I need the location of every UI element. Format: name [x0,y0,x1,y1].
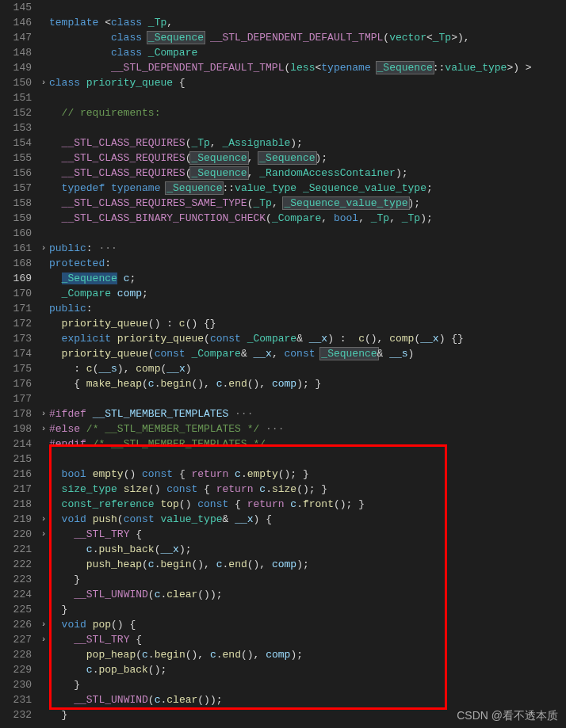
code-line[interactable]: void pop() { [49,617,566,632]
code-line[interactable]: pop_heap(c.begin(), c.end(), comp); [49,647,566,662]
line-number[interactable]: 148 [0,45,32,60]
code-line[interactable]: public: [49,301,566,316]
line-number[interactable]: 168 [0,256,32,271]
line-number[interactable]: 227 [0,632,32,647]
fold-chevron-icon[interactable]: › [38,409,49,418]
code-editor[interactable]: 1451461471481491501511521531541551561571… [0,0,566,722]
code-line[interactable]: push_heap(c.begin(), c.end(), comp); [49,557,566,572]
code-line[interactable]: template <class _Tp, [49,15,566,30]
code-line[interactable]: // requirements: [49,105,566,120]
line-number[interactable]: 160 [0,226,32,241]
fold-chevron-icon[interactable]: › [38,635,49,644]
code-line[interactable]: __STL_CLASS_REQUIRES(_Sequence, _RandomA… [49,166,566,181]
fold-chevron-icon[interactable]: › [38,424,49,433]
code-line[interactable]: priority_queue() : c() {} [49,316,566,331]
line-number[interactable]: 177 [0,391,32,406]
code-line[interactable]: __STL_CLASS_REQUIRES(_Sequence, _Sequenc… [49,151,566,166]
line-number[interactable]: 158 [0,196,32,211]
fold-chevron-icon[interactable]: › [38,619,49,629]
code-line[interactable] [49,226,566,241]
line-number[interactable]: 174 [0,346,32,361]
line-number[interactable]: 149 [0,60,32,75]
code-line[interactable]: __STL_TRY { [49,527,566,542]
code-line[interactable]: __STL_UNWIND(c.clear()); [49,692,566,707]
line-number[interactable]: 146 [0,15,32,30]
code-line[interactable] [49,452,566,467]
code-line[interactable]: __STL_CLASS_REQUIRES_SAME_TYPE(_Tp, _Seq… [49,196,566,211]
line-number[interactable]: 161 [0,241,32,256]
code-line[interactable]: _Sequence c; [49,271,566,286]
code-line[interactable]: __STL_CLASS_BINARY_FUNCTION_CHECK(_Compa… [49,211,566,226]
code-line[interactable]: void push(const value_type& __x) { [49,512,566,527]
line-number[interactable]: 150 [0,75,32,90]
line-number[interactable]: 171 [0,301,32,316]
code-line[interactable] [49,391,566,406]
code-line[interactable]: explicit priority_queue(const _Compare& … [49,331,566,346]
line-number[interactable]: 217 [0,482,32,497]
code-line[interactable]: typedef typename _Sequence::value_type _… [49,181,566,196]
line-number[interactable]: 176 [0,376,32,391]
code-line[interactable]: class _Sequence __STL_DEPENDENT_DEFAULT_… [49,30,566,45]
line-number[interactable]: 232 [0,707,32,722]
line-number[interactable]: 170 [0,286,32,301]
code-line[interactable]: size_type size() const { return c.size()… [49,482,566,497]
line-number[interactable]: 173 [0,331,32,346]
line-number[interactable]: 214 [0,436,32,452]
fold-chevron-icon[interactable]: › [38,529,49,539]
line-number[interactable]: 178 [0,406,32,421]
code-line[interactable]: #ifdef __STL_MEMBER_TEMPLATES ··· [49,406,566,421]
fold-chevron-icon[interactable]: › [38,514,49,524]
code-line[interactable]: : c(__s), comp(__x) [49,361,566,376]
code-line[interactable]: #endif /* __STL_MEMBER_TEMPLATES */ [49,436,566,452]
code-line[interactable] [49,120,566,135]
code-line[interactable]: } [49,572,566,587]
code-line[interactable]: class priority_queue { [49,75,566,90]
fold-chevron-icon[interactable]: › [38,78,49,87]
code-line[interactable]: priority_queue(const _Compare& __x, cons… [49,346,566,361]
line-number[interactable]: 215 [0,452,32,467]
line-number[interactable]: 220 [0,527,32,542]
line-number[interactable]: 145 [0,0,32,15]
line-number[interactable]: 157 [0,181,32,196]
code-line[interactable]: class _Compare [49,45,566,60]
line-number[interactable]: 226 [0,617,32,632]
line-number[interactable]: 216 [0,467,32,482]
code-line[interactable]: #else /* __STL_MEMBER_TEMPLATES */ ··· [49,421,566,436]
code-line[interactable]: protected: [49,256,566,271]
code-line[interactable]: c.pop_back(); [49,662,566,677]
code-line[interactable]: __STL_DEPENDENT_DEFAULT_TMPL(less<typena… [49,60,566,75]
code-line[interactable]: public: ··· [49,241,566,256]
code-line[interactable] [49,0,566,15]
line-number[interactable]: 147 [0,30,32,45]
code-line[interactable]: const_reference top() const { return c.f… [49,497,566,512]
code-line[interactable]: } [49,677,566,692]
line-number[interactable]: 151 [0,90,32,105]
line-number[interactable]: 172 [0,316,32,331]
line-number[interactable]: 153 [0,120,32,135]
line-number[interactable]: 218 [0,497,32,512]
line-number[interactable]: 230 [0,677,32,692]
code-line[interactable]: { make_heap(c.begin(), c.end(), comp); } [49,376,566,391]
line-number[interactable]: 219 [0,512,32,527]
line-number[interactable]: 198 [0,421,32,436]
code-line[interactable]: __STL_UNWIND(c.clear()); [49,587,566,602]
line-number[interactable]: 228 [0,647,32,662]
line-number[interactable]: 222 [0,557,32,572]
line-number[interactable]: 155 [0,151,32,166]
code-line[interactable] [49,90,566,105]
line-number[interactable]: 225 [0,602,32,617]
line-number[interactable]: 229 [0,662,32,677]
code-line[interactable]: __STL_CLASS_REQUIRES(_Tp, _Assignable); [49,135,566,151]
line-number[interactable]: 169 [0,271,32,286]
code-line[interactable]: c.push_back(__x); [49,542,566,557]
fold-column[interactable]: ›››››››› [38,0,49,722]
line-number[interactable]: 224 [0,587,32,602]
line-number[interactable]: 221 [0,542,32,557]
code-line[interactable]: } [49,602,566,617]
line-number[interactable]: 223 [0,572,32,587]
code-line[interactable]: __STL_TRY { [49,632,566,647]
line-number[interactable]: 154 [0,135,32,151]
line-number-gutter[interactable]: 1451461471481491501511521531541551561571… [0,0,38,722]
code-line[interactable]: bool empty() const { return c.empty(); } [49,467,566,482]
line-number[interactable]: 175 [0,361,32,376]
